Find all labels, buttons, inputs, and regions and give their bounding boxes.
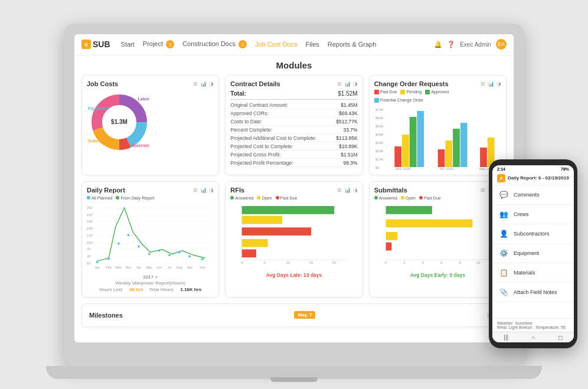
svg-text:Sep: Sep	[187, 265, 192, 269]
daily-report-title: Daily Report	[87, 187, 125, 194]
phone-comments[interactable]: 💬 Comments	[492, 185, 574, 205]
contract-row-8: Projected Profit Percentage: 99.3%	[230, 159, 357, 167]
change-orders-title: Change Order Requests	[374, 80, 449, 87]
bar-chart-icon[interactable]: 📊	[200, 81, 207, 87]
svg-rect-80	[386, 232, 397, 240]
legend-answered: Answered	[230, 196, 253, 200]
phone-materials[interactable]: 📋 Materials	[492, 263, 574, 283]
nav-construction-docs[interactable]: Construction Docs 2	[182, 40, 247, 49]
laptop-screen: e SUB Start Project 3 Construction Docs …	[74, 34, 514, 342]
pie-chart-icon[interactable]: ◑	[353, 81, 358, 87]
svg-text:Aug: Aug	[177, 265, 182, 269]
phone-logo: e	[497, 174, 505, 182]
legend-open: Open	[401, 196, 416, 200]
nav-project[interactable]: Project 3	[143, 40, 174, 49]
card-header: Job Costs ⊞ 📊 ◑	[87, 80, 214, 87]
svg-point-50	[148, 253, 151, 255]
change-orders-svg: $70K $60K $50K $40K $30K $20K $10K $0	[374, 105, 501, 170]
table-icon[interactable]: ⊞	[193, 81, 198, 87]
svg-point-47	[117, 242, 120, 244]
phone-wind: Wind: Light Breeze , Temperature: 56	[497, 325, 569, 329]
phone-crews[interactable]: 👥 Crews	[492, 205, 574, 224]
contract-row-4: Percent Complete: 33.7%	[230, 126, 357, 134]
svg-point-55	[201, 258, 204, 260]
phone-battery: 78%	[561, 167, 569, 171]
svg-point-52	[168, 254, 171, 256]
phone-home-btn[interactable]: ○	[531, 334, 535, 341]
table-icon[interactable]: ⊞	[337, 81, 342, 87]
svg-text:Jan: Jan	[94, 265, 100, 269]
svg-text:4: 4	[422, 260, 424, 264]
phone-subcontractors[interactable]: 👤 Subcontractors	[492, 224, 574, 244]
daily-report-card: Daily Report ⊞ 📊 ◑ All Planned	[81, 181, 219, 298]
svg-text:2: 2	[403, 260, 405, 264]
legend-open: Open	[257, 196, 272, 200]
bar-chart-icon[interactable]: 📊	[344, 81, 351, 87]
pie-chart-icon[interactable]: ◑	[209, 81, 214, 87]
svg-text:130: 130	[87, 233, 93, 237]
contract-row-3: Costs to Date: $512.77K	[230, 117, 357, 126]
rfis-chart: 0 5 10 15 20	[230, 202, 357, 270]
svg-text:Apr: Apr	[136, 265, 142, 269]
dashboard-grid: Job Costs ⊞ 📊 ◑	[81, 75, 507, 327]
phone-time: 2:14	[497, 167, 505, 171]
comments-icon: 💬	[498, 189, 509, 200]
svg-text:70: 70	[87, 247, 91, 251]
svg-text:6: 6	[440, 260, 442, 264]
laptop-shell: e SUB Start Project 3 Construction Docs …	[64, 24, 524, 366]
notification-icon[interactable]: 🔔	[434, 41, 442, 48]
laptop-notch	[270, 377, 318, 382]
nav-job-cost-docs[interactable]: Job Cost Docs	[255, 41, 298, 48]
contract-table: Total: $1.52M Original Contract Amount: …	[230, 90, 357, 168]
table-icon[interactable]: ⊞	[337, 187, 342, 193]
svg-text:Jul: Jul	[168, 265, 172, 269]
daily-report-chart: 250 220 190 160 130 100 70 40 10	[87, 202, 214, 273]
svg-text:Jun: Jun	[156, 265, 162, 269]
svg-text:Mar: Mar	[116, 265, 121, 269]
nav-start[interactable]: Start	[121, 41, 135, 48]
svg-rect-14	[394, 146, 401, 167]
pie-chart-icon[interactable]: ◑	[496, 81, 501, 87]
help-icon[interactable]: ❓	[447, 41, 455, 48]
legend-all-planned: All Planned	[87, 196, 112, 200]
nav-reports-graph[interactable]: Reports & Graph	[328, 41, 377, 48]
svg-text:40: 40	[87, 254, 91, 258]
svg-rect-81	[386, 242, 391, 250]
phone-recent-btn[interactable]: ◻	[558, 334, 563, 341]
svg-text:0: 0	[385, 260, 387, 264]
svg-rect-22	[480, 148, 487, 167]
card-header: Submittals ⊞ 📊 ◑	[374, 187, 501, 194]
phone-back-btn[interactable]: |||	[504, 334, 508, 341]
pie-chart-icon[interactable]: ◑	[209, 187, 214, 193]
milestones-card: Milestones May, 7 ⊞ ★	[81, 303, 507, 327]
attach-icon: 📎	[498, 287, 509, 298]
contract-total-row: Total: $1.52M	[230, 90, 357, 100]
svg-text:$70K: $70K	[375, 107, 384, 111]
phone-menu: 💬 Comments 👥 Crews 👤 Subcontractors ⚙️ E…	[492, 185, 574, 318]
legend-from-daily: From Daily Report	[116, 196, 154, 200]
table-icon[interactable]: ⊞	[481, 81, 485, 87]
bar-chart-icon[interactable]: 📊	[344, 187, 351, 193]
phone-status-bar: 2:14 78%	[492, 165, 574, 173]
bar-chart-icon[interactable]: 📊	[488, 81, 494, 87]
phone-equipment[interactable]: ⚙️ Equipment	[492, 244, 574, 263]
legend-pending: Pending	[400, 90, 422, 94]
table-icon[interactable]: ⊞	[193, 187, 198, 193]
svg-text:Oct: Oct	[200, 265, 205, 269]
contract-row-7: Projected Gross Profit: $1.51M	[230, 151, 357, 159]
chart-year: 2017 >	[87, 274, 214, 280]
pie-chart-icon[interactable]: ◑	[353, 187, 358, 193]
svg-point-53	[178, 251, 181, 253]
bar-chart-icon[interactable]: 📊	[200, 187, 207, 193]
svg-text:15: 15	[309, 260, 313, 264]
table-icon[interactable]: ⊞	[481, 187, 485, 193]
job-costs-card: Job Costs ⊞ 📊 ◑	[81, 75, 219, 175]
nav-files[interactable]: Files	[306, 41, 319, 48]
svg-rect-19	[445, 140, 452, 167]
nav-items: Start Project 3 Construction Docs 2 Job …	[121, 40, 435, 49]
phone-nav-bar: ||| ○ ◻	[492, 332, 574, 342]
submittals-summary: Avg Days Early: 0 days	[374, 272, 501, 278]
legend-answered: Answered	[374, 196, 397, 200]
rfis-summary: Avg Days Late: 13 days	[230, 272, 357, 278]
phone-attach-field-notes[interactable]: 📎 Attach Field Notes	[492, 283, 574, 302]
